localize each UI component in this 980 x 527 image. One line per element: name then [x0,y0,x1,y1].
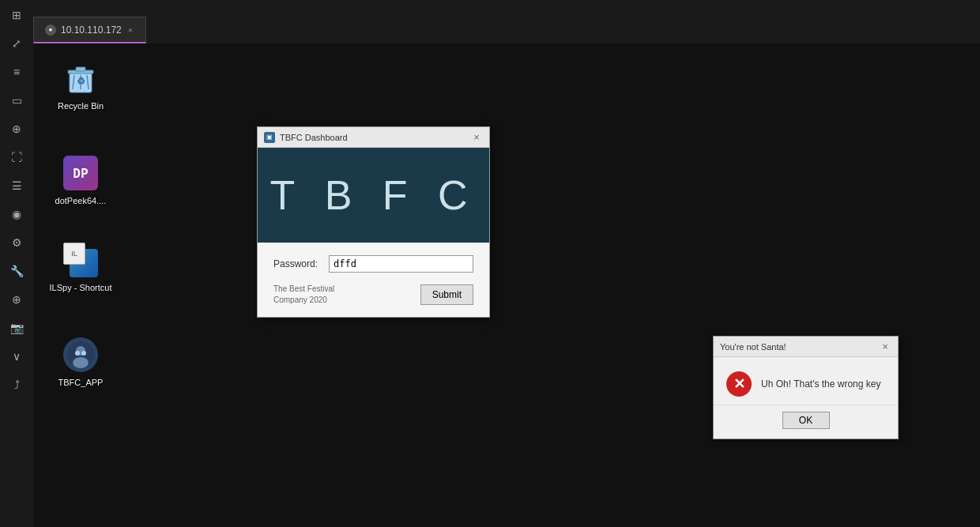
camera-icon[interactable]: 📷 [8,319,25,337]
error-titlebar[interactable]: You're not Santa! × [714,337,898,357]
recycle-bin-label: Recycle Bin [58,100,104,111]
dotpeek-icon[interactable]: DP dotPeek64.... [49,154,112,206]
svg-point-9 [73,357,89,368]
expand2-icon[interactable]: ∨ [8,348,25,365]
tbfc-password-row: Password: [273,255,473,273]
tabbar: ● 10.10.110.172 × [33,0,980,43]
tbfc-header-text: T B F C [270,171,477,219]
share-icon[interactable]: ⤴ [8,376,25,393]
list-icon[interactable]: ☰ [8,177,25,194]
dotpeek-image: DP [62,154,100,192]
fullscreen-icon[interactable]: ⛶ [8,149,25,166]
tbfc-app-label: TBFC_APP [58,377,104,388]
layout-icon[interactable]: ⊞ [8,6,25,24]
tab-close-button[interactable]: × [126,25,134,35]
ilspy-label: ILSpy - Shortcut [50,282,112,293]
add-icon[interactable]: ⊕ [8,291,25,308]
svg-point-11 [81,351,86,356]
tbfc-footer-text: The Best FestivalCompany 2020 [273,284,334,306]
tbfc-password-input[interactable] [329,255,473,273]
error-footer: OK [714,405,898,439]
recycle-bin-icon[interactable]: ♻ Recycle Bin [49,59,112,111]
tab-title: 10.10.110.172 [61,24,122,36]
expand-icon[interactable]: ⤢ [8,35,25,52]
tab-favicon: ● [45,24,56,36]
error-ok-button[interactable]: OK [782,412,830,429]
svg-rect-2 [76,67,85,71]
tbfc-header: T B F C [258,148,489,243]
tbfc-dashboard-window: ▣ TBFC Dashboard × T B F C Password: The… [257,126,490,318]
recycle-bin-image: ♻ [62,59,100,97]
tbfc-app-image [62,336,100,374]
tbfc-app-logo [63,337,98,372]
tbfc-body: Password: The Best FestivalCompany 2020 … [258,243,489,317]
tbfc-window-title: TBFC Dashboard [280,133,470,142]
dotpeek-label: dotPeek64.... [55,195,107,206]
screenshot-icon[interactable]: ◉ [8,205,25,223]
tbfc-submit-button[interactable]: Submit [420,284,473,305]
error-dialog-close-button[interactable]: × [879,341,891,353]
error-dialog-title: You're not Santa! [720,342,879,352]
svg-text:♻: ♻ [77,76,85,87]
menu-icon[interactable]: ≡ [8,63,25,81]
ilspy-image: IL [62,241,100,279]
error-x-mark: ✕ [733,377,745,391]
settings-icon[interactable]: ⚙ [8,234,25,251]
tbfc-password-label: Password: [273,258,321,269]
screen-icon[interactable]: ▭ [8,92,25,109]
tbfc-window-favicon: ▣ [264,132,275,143]
svg-point-10 [75,351,80,356]
error-icon: ✕ [726,371,752,397]
ilspy-icon[interactable]: IL ILSpy - Shortcut [49,241,112,293]
tbfc-titlebar[interactable]: ▣ TBFC Dashboard × [258,127,489,148]
error-dialog: You're not Santa! × ✕ Uh Oh! That's the … [713,336,899,439]
crosshair-icon[interactable]: ⊕ [8,120,25,137]
tbfc-window-close-button[interactable]: × [470,131,483,144]
active-tab[interactable]: ● 10.10.110.172 × [33,17,146,43]
tbfc-app-icon[interactable]: TBFC_APP [49,336,112,388]
sidebar: ⊞ ⤢ ≡ ▭ ⊕ ⛶ ☰ ◉ ⚙ 🔧 ⊕ 📷 ∨ ⤴ [0,0,33,527]
error-body: ✕ Uh Oh! That's the wrong key [714,357,898,405]
tools-icon[interactable]: 🔧 [8,262,25,280]
dotpeek-logo: DP [63,156,98,190]
error-message-text: Uh Oh! That's the wrong key [761,378,880,390]
tbfc-form-footer: The Best FestivalCompany 2020 Submit [273,284,473,306]
desktop: ♻ Recycle Bin DP dotPeek64.... IL ILSpy … [33,43,980,527]
ilspy-fg: IL [63,243,85,265]
